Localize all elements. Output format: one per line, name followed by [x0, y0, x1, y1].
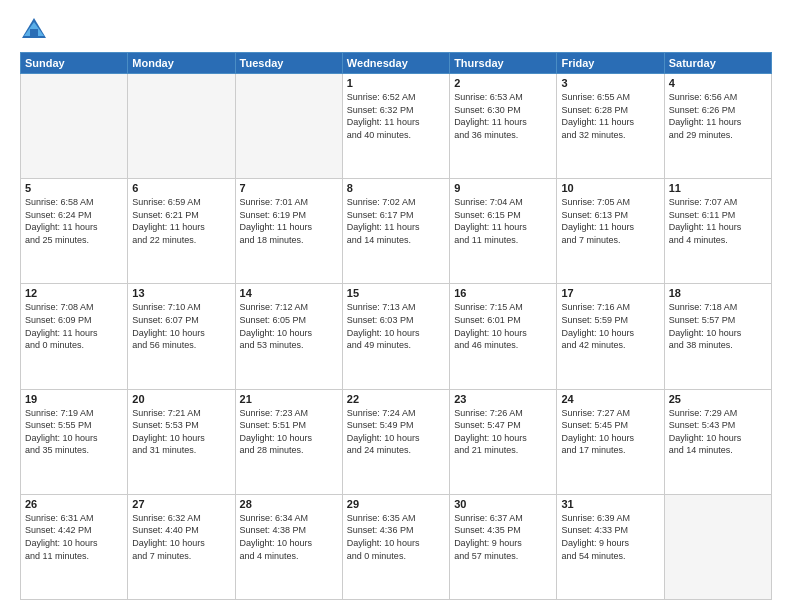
page: SundayMondayTuesdayWednesdayThursdayFrid…	[0, 0, 792, 612]
weekday-header-friday: Friday	[557, 53, 664, 74]
calendar-cell: 12Sunrise: 7:08 AM Sunset: 6:09 PM Dayli…	[21, 284, 128, 389]
calendar-cell: 3Sunrise: 6:55 AM Sunset: 6:28 PM Daylig…	[557, 74, 664, 179]
day-number: 18	[669, 287, 767, 299]
day-number: 14	[240, 287, 338, 299]
day-info: Sunrise: 6:31 AM Sunset: 4:42 PM Dayligh…	[25, 512, 123, 562]
logo-icon	[20, 16, 48, 44]
calendar-cell	[128, 74, 235, 179]
day-number: 16	[454, 287, 552, 299]
day-info: Sunrise: 7:24 AM Sunset: 5:49 PM Dayligh…	[347, 407, 445, 457]
day-info: Sunrise: 6:34 AM Sunset: 4:38 PM Dayligh…	[240, 512, 338, 562]
day-number: 29	[347, 498, 445, 510]
svg-rect-2	[30, 29, 38, 36]
day-number: 10	[561, 182, 659, 194]
day-number: 6	[132, 182, 230, 194]
calendar-cell: 8Sunrise: 7:02 AM Sunset: 6:17 PM Daylig…	[342, 179, 449, 284]
day-info: Sunrise: 7:27 AM Sunset: 5:45 PM Dayligh…	[561, 407, 659, 457]
day-number: 27	[132, 498, 230, 510]
calendar-cell: 6Sunrise: 6:59 AM Sunset: 6:21 PM Daylig…	[128, 179, 235, 284]
day-info: Sunrise: 7:08 AM Sunset: 6:09 PM Dayligh…	[25, 301, 123, 351]
day-number: 25	[669, 393, 767, 405]
day-info: Sunrise: 7:01 AM Sunset: 6:19 PM Dayligh…	[240, 196, 338, 246]
week-row-4: 26Sunrise: 6:31 AM Sunset: 4:42 PM Dayli…	[21, 494, 772, 599]
calendar-cell: 13Sunrise: 7:10 AM Sunset: 6:07 PM Dayli…	[128, 284, 235, 389]
calendar-cell: 14Sunrise: 7:12 AM Sunset: 6:05 PM Dayli…	[235, 284, 342, 389]
day-number: 4	[669, 77, 767, 89]
day-info: Sunrise: 6:53 AM Sunset: 6:30 PM Dayligh…	[454, 91, 552, 141]
calendar-cell: 23Sunrise: 7:26 AM Sunset: 5:47 PM Dayli…	[450, 389, 557, 494]
day-number: 24	[561, 393, 659, 405]
day-info: Sunrise: 6:32 AM Sunset: 4:40 PM Dayligh…	[132, 512, 230, 562]
calendar-cell: 16Sunrise: 7:15 AM Sunset: 6:01 PM Dayli…	[450, 284, 557, 389]
calendar-cell: 22Sunrise: 7:24 AM Sunset: 5:49 PM Dayli…	[342, 389, 449, 494]
day-info: Sunrise: 7:21 AM Sunset: 5:53 PM Dayligh…	[132, 407, 230, 457]
weekday-header-sunday: Sunday	[21, 53, 128, 74]
calendar-cell: 18Sunrise: 7:18 AM Sunset: 5:57 PM Dayli…	[664, 284, 771, 389]
weekday-header-wednesday: Wednesday	[342, 53, 449, 74]
day-info: Sunrise: 7:05 AM Sunset: 6:13 PM Dayligh…	[561, 196, 659, 246]
day-info: Sunrise: 7:15 AM Sunset: 6:01 PM Dayligh…	[454, 301, 552, 351]
day-number: 31	[561, 498, 659, 510]
calendar-cell: 4Sunrise: 6:56 AM Sunset: 6:26 PM Daylig…	[664, 74, 771, 179]
calendar-cell: 17Sunrise: 7:16 AM Sunset: 5:59 PM Dayli…	[557, 284, 664, 389]
day-info: Sunrise: 6:59 AM Sunset: 6:21 PM Dayligh…	[132, 196, 230, 246]
calendar-cell: 24Sunrise: 7:27 AM Sunset: 5:45 PM Dayli…	[557, 389, 664, 494]
day-info: Sunrise: 6:56 AM Sunset: 6:26 PM Dayligh…	[669, 91, 767, 141]
weekday-header-thursday: Thursday	[450, 53, 557, 74]
day-info: Sunrise: 6:55 AM Sunset: 6:28 PM Dayligh…	[561, 91, 659, 141]
day-info: Sunrise: 7:04 AM Sunset: 6:15 PM Dayligh…	[454, 196, 552, 246]
weekday-header-row: SundayMondayTuesdayWednesdayThursdayFrid…	[21, 53, 772, 74]
calendar-cell	[235, 74, 342, 179]
calendar-cell: 31Sunrise: 6:39 AM Sunset: 4:33 PM Dayli…	[557, 494, 664, 599]
calendar-cell: 28Sunrise: 6:34 AM Sunset: 4:38 PM Dayli…	[235, 494, 342, 599]
logo	[20, 16, 52, 44]
weekday-header-monday: Monday	[128, 53, 235, 74]
calendar-cell	[664, 494, 771, 599]
day-number: 20	[132, 393, 230, 405]
weekday-header-tuesday: Tuesday	[235, 53, 342, 74]
day-number: 30	[454, 498, 552, 510]
day-number: 19	[25, 393, 123, 405]
calendar-cell: 30Sunrise: 6:37 AM Sunset: 4:35 PM Dayli…	[450, 494, 557, 599]
day-info: Sunrise: 6:58 AM Sunset: 6:24 PM Dayligh…	[25, 196, 123, 246]
day-number: 15	[347, 287, 445, 299]
calendar-cell: 19Sunrise: 7:19 AM Sunset: 5:55 PM Dayli…	[21, 389, 128, 494]
day-number: 8	[347, 182, 445, 194]
day-info: Sunrise: 7:02 AM Sunset: 6:17 PM Dayligh…	[347, 196, 445, 246]
day-number: 5	[25, 182, 123, 194]
calendar-cell: 21Sunrise: 7:23 AM Sunset: 5:51 PM Dayli…	[235, 389, 342, 494]
day-number: 26	[25, 498, 123, 510]
day-info: Sunrise: 7:19 AM Sunset: 5:55 PM Dayligh…	[25, 407, 123, 457]
day-info: Sunrise: 7:12 AM Sunset: 6:05 PM Dayligh…	[240, 301, 338, 351]
day-info: Sunrise: 6:37 AM Sunset: 4:35 PM Dayligh…	[454, 512, 552, 562]
day-info: Sunrise: 7:18 AM Sunset: 5:57 PM Dayligh…	[669, 301, 767, 351]
week-row-2: 12Sunrise: 7:08 AM Sunset: 6:09 PM Dayli…	[21, 284, 772, 389]
calendar-cell: 7Sunrise: 7:01 AM Sunset: 6:19 PM Daylig…	[235, 179, 342, 284]
day-info: Sunrise: 6:35 AM Sunset: 4:36 PM Dayligh…	[347, 512, 445, 562]
calendar-cell	[21, 74, 128, 179]
day-number: 3	[561, 77, 659, 89]
day-number: 9	[454, 182, 552, 194]
day-info: Sunrise: 7:13 AM Sunset: 6:03 PM Dayligh…	[347, 301, 445, 351]
calendar-cell: 10Sunrise: 7:05 AM Sunset: 6:13 PM Dayli…	[557, 179, 664, 284]
day-info: Sunrise: 7:23 AM Sunset: 5:51 PM Dayligh…	[240, 407, 338, 457]
day-number: 17	[561, 287, 659, 299]
day-info: Sunrise: 6:52 AM Sunset: 6:32 PM Dayligh…	[347, 91, 445, 141]
calendar-cell: 25Sunrise: 7:29 AM Sunset: 5:43 PM Dayli…	[664, 389, 771, 494]
day-number: 23	[454, 393, 552, 405]
calendar-cell: 5Sunrise: 6:58 AM Sunset: 6:24 PM Daylig…	[21, 179, 128, 284]
day-info: Sunrise: 7:10 AM Sunset: 6:07 PM Dayligh…	[132, 301, 230, 351]
header	[20, 16, 772, 44]
day-info: Sunrise: 7:26 AM Sunset: 5:47 PM Dayligh…	[454, 407, 552, 457]
calendar-cell: 26Sunrise: 6:31 AM Sunset: 4:42 PM Dayli…	[21, 494, 128, 599]
day-info: Sunrise: 6:39 AM Sunset: 4:33 PM Dayligh…	[561, 512, 659, 562]
week-row-0: 1Sunrise: 6:52 AM Sunset: 6:32 PM Daylig…	[21, 74, 772, 179]
day-number: 13	[132, 287, 230, 299]
day-number: 22	[347, 393, 445, 405]
day-number: 12	[25, 287, 123, 299]
week-row-3: 19Sunrise: 7:19 AM Sunset: 5:55 PM Dayli…	[21, 389, 772, 494]
weekday-header-saturday: Saturday	[664, 53, 771, 74]
day-number: 2	[454, 77, 552, 89]
day-info: Sunrise: 7:16 AM Sunset: 5:59 PM Dayligh…	[561, 301, 659, 351]
week-row-1: 5Sunrise: 6:58 AM Sunset: 6:24 PM Daylig…	[21, 179, 772, 284]
